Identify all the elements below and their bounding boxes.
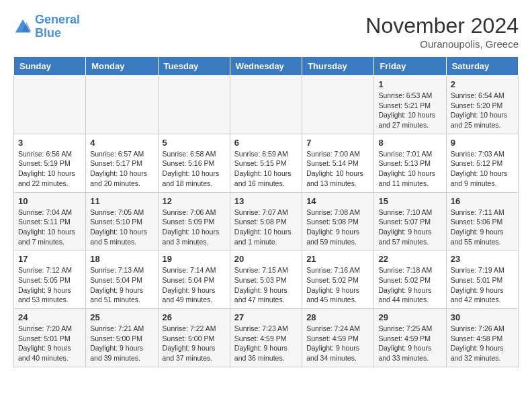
day-info: Sunrise: 7:23 AM Sunset: 4:59 PM Dayligh…: [234, 324, 298, 363]
logo-line2: Blue: [35, 26, 61, 40]
day-number: 16: [451, 196, 514, 206]
week-row-2: 3Sunrise: 6:56 AM Sunset: 5:19 PM Daylig…: [14, 134, 519, 192]
logo-line1: General: [35, 13, 80, 26]
calendar-cell: 29Sunrise: 7:25 AM Sunset: 4:59 PM Dayli…: [374, 309, 446, 367]
calendar-cell: 21Sunrise: 7:16 AM Sunset: 5:02 PM Dayli…: [302, 250, 374, 309]
day-info: Sunrise: 7:05 AM Sunset: 5:10 PM Dayligh…: [90, 208, 153, 247]
day-number: 15: [378, 196, 441, 206]
day-header-friday: Friday: [374, 57, 446, 76]
day-number: 9: [451, 138, 514, 148]
day-info: Sunrise: 7:01 AM Sunset: 5:13 PM Dayligh…: [378, 149, 441, 189]
day-info: Sunrise: 7:08 AM Sunset: 5:08 PM Dayligh…: [306, 208, 369, 247]
day-info: Sunrise: 7:11 AM Sunset: 5:06 PM Dayligh…: [451, 208, 514, 247]
calendar-cell: 4Sunrise: 6:57 AM Sunset: 5:17 PM Daylig…: [86, 134, 158, 192]
day-number: 30: [451, 312, 514, 322]
day-number: 17: [18, 254, 81, 264]
day-number: 3: [18, 138, 81, 148]
day-info: Sunrise: 7:03 AM Sunset: 5:12 PM Dayligh…: [451, 149, 514, 189]
day-info: Sunrise: 7:24 AM Sunset: 4:59 PM Dayligh…: [306, 324, 369, 363]
calendar-cell: 14Sunrise: 7:08 AM Sunset: 5:08 PM Dayli…: [302, 192, 374, 250]
calendar-cell: [14, 76, 86, 134]
calendar-cell: 30Sunrise: 7:26 AM Sunset: 4:58 PM Dayli…: [446, 309, 518, 367]
day-number: 29: [378, 312, 441, 322]
logo-text: General Blue: [35, 13, 80, 40]
calendar-cell: 20Sunrise: 7:15 AM Sunset: 5:03 PM Dayli…: [230, 250, 302, 309]
calendar-cell: 5Sunrise: 6:58 AM Sunset: 5:16 PM Daylig…: [158, 134, 230, 192]
calendar-cell: 2Sunrise: 6:54 AM Sunset: 5:20 PM Daylig…: [446, 76, 518, 134]
day-info: Sunrise: 6:57 AM Sunset: 5:17 PM Dayligh…: [90, 149, 153, 189]
day-number: 20: [234, 254, 298, 264]
day-info: Sunrise: 7:20 AM Sunset: 5:01 PM Dayligh…: [18, 324, 81, 363]
day-number: 21: [306, 254, 369, 264]
day-number: 26: [163, 312, 226, 322]
day-number: 11: [90, 196, 153, 206]
week-row-3: 10Sunrise: 7:04 AM Sunset: 5:11 PM Dayli…: [14, 192, 519, 250]
day-info: Sunrise: 7:00 AM Sunset: 5:14 PM Dayligh…: [306, 149, 369, 189]
title-block: November 2024 Ouranoupolis, Greece: [365, 13, 519, 50]
header-row: SundayMondayTuesdayWednesdayThursdayFrid…: [14, 57, 519, 76]
day-number: 24: [18, 312, 81, 322]
day-number: 23: [451, 254, 514, 264]
calendar-cell: 3Sunrise: 6:56 AM Sunset: 5:19 PM Daylig…: [14, 134, 86, 192]
day-info: Sunrise: 6:58 AM Sunset: 5:16 PM Dayligh…: [163, 149, 226, 189]
day-number: 6: [234, 138, 298, 148]
day-info: Sunrise: 7:07 AM Sunset: 5:08 PM Dayligh…: [234, 208, 298, 247]
day-info: Sunrise: 7:25 AM Sunset: 4:59 PM Dayligh…: [378, 324, 441, 363]
location-subtitle: Ouranoupolis, Greece: [365, 38, 519, 50]
calendar-cell: 25Sunrise: 7:21 AM Sunset: 5:00 PM Dayli…: [86, 309, 158, 367]
logo-icon: [13, 17, 32, 36]
day-number: 10: [18, 196, 81, 206]
day-number: 12: [163, 196, 226, 206]
day-number: 4: [90, 138, 153, 148]
calendar-cell: 11Sunrise: 7:05 AM Sunset: 5:10 PM Dayli…: [86, 192, 158, 250]
day-info: Sunrise: 7:21 AM Sunset: 5:00 PM Dayligh…: [90, 324, 153, 363]
week-row-4: 17Sunrise: 7:12 AM Sunset: 5:05 PM Dayli…: [14, 250, 519, 309]
day-number: 14: [306, 196, 369, 206]
calendar-cell: 22Sunrise: 7:18 AM Sunset: 5:02 PM Dayli…: [374, 250, 446, 309]
page-header: General Blue November 2024 Ouranoupolis,…: [13, 13, 519, 50]
day-info: Sunrise: 7:14 AM Sunset: 5:04 PM Dayligh…: [163, 265, 226, 305]
day-info: Sunrise: 7:18 AM Sunset: 5:02 PM Dayligh…: [378, 265, 441, 305]
day-header-tuesday: Tuesday: [158, 57, 230, 76]
calendar-cell: 17Sunrise: 7:12 AM Sunset: 5:05 PM Dayli…: [14, 250, 86, 309]
day-number: 22: [378, 254, 441, 264]
day-info: Sunrise: 6:59 AM Sunset: 5:15 PM Dayligh…: [234, 149, 298, 189]
day-number: 1: [378, 79, 441, 89]
day-header-monday: Monday: [86, 57, 158, 76]
calendar-cell: 27Sunrise: 7:23 AM Sunset: 4:59 PM Dayli…: [230, 309, 302, 367]
day-info: Sunrise: 7:12 AM Sunset: 5:05 PM Dayligh…: [18, 265, 81, 305]
calendar-cell: 9Sunrise: 7:03 AM Sunset: 5:12 PM Daylig…: [446, 134, 518, 192]
day-number: 13: [234, 196, 298, 206]
calendar-cell: 12Sunrise: 7:06 AM Sunset: 5:09 PM Dayli…: [158, 192, 230, 250]
day-number: 5: [163, 138, 226, 148]
week-row-5: 24Sunrise: 7:20 AM Sunset: 5:01 PM Dayli…: [14, 309, 519, 367]
day-header-saturday: Saturday: [446, 57, 518, 76]
day-number: 27: [234, 312, 298, 322]
day-info: Sunrise: 7:16 AM Sunset: 5:02 PM Dayligh…: [306, 265, 369, 305]
week-row-1: 1Sunrise: 6:53 AM Sunset: 5:21 PM Daylig…: [14, 76, 519, 134]
calendar-cell: 23Sunrise: 7:19 AM Sunset: 5:01 PM Dayli…: [446, 250, 518, 309]
calendar-cell: 18Sunrise: 7:13 AM Sunset: 5:04 PM Dayli…: [86, 250, 158, 309]
day-info: Sunrise: 7:06 AM Sunset: 5:09 PM Dayligh…: [163, 208, 226, 247]
day-number: 2: [451, 79, 514, 89]
calendar-cell: 16Sunrise: 7:11 AM Sunset: 5:06 PM Dayli…: [446, 192, 518, 250]
day-info: Sunrise: 6:54 AM Sunset: 5:20 PM Dayligh…: [451, 91, 514, 130]
day-info: Sunrise: 7:19 AM Sunset: 5:01 PM Dayligh…: [451, 265, 514, 305]
day-info: Sunrise: 7:22 AM Sunset: 5:00 PM Dayligh…: [163, 324, 226, 363]
calendar-cell: 13Sunrise: 7:07 AM Sunset: 5:08 PM Dayli…: [230, 192, 302, 250]
calendar-table: SundayMondayTuesdayWednesdayThursdayFrid…: [13, 56, 519, 367]
calendar-cell: 10Sunrise: 7:04 AM Sunset: 5:11 PM Dayli…: [14, 192, 86, 250]
day-number: 25: [90, 312, 153, 322]
calendar-cell: [86, 76, 158, 134]
day-header-thursday: Thursday: [302, 57, 374, 76]
calendar-cell: 6Sunrise: 6:59 AM Sunset: 5:15 PM Daylig…: [230, 134, 302, 192]
calendar-cell: 26Sunrise: 7:22 AM Sunset: 5:00 PM Dayli…: [158, 309, 230, 367]
calendar-cell: [230, 76, 302, 134]
calendar-cell: 15Sunrise: 7:10 AM Sunset: 5:07 PM Dayli…: [374, 192, 446, 250]
month-title: November 2024: [365, 13, 519, 38]
day-info: Sunrise: 6:53 AM Sunset: 5:21 PM Dayligh…: [378, 91, 441, 130]
day-number: 18: [90, 254, 153, 264]
logo: General Blue: [13, 13, 80, 40]
day-header-sunday: Sunday: [14, 57, 86, 76]
day-number: 19: [163, 254, 226, 264]
